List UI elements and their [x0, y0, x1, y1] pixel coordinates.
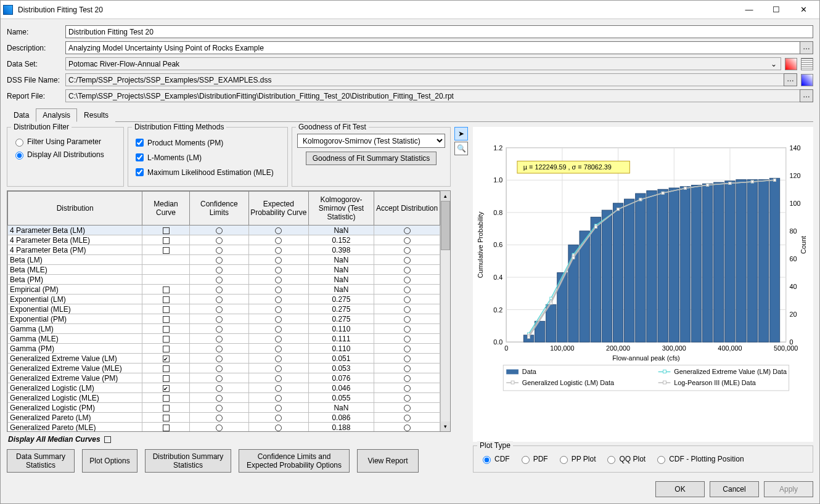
- cancel-button[interactable]: Cancel: [710, 481, 759, 497]
- svg-text:0.2: 0.2: [493, 306, 502, 314]
- chevron-down-icon: ⌄: [771, 60, 777, 68]
- table-row[interactable]: Gamma (LM) 0.110: [8, 324, 440, 334]
- view-report-button[interactable]: View Report: [357, 449, 419, 473]
- report-browse-button[interactable]: …: [800, 89, 813, 102]
- table-row[interactable]: 4 Parameter Beta (PM) 0.398: [8, 245, 440, 255]
- minimize-button[interactable]: —: [736, 1, 763, 18]
- gof-group-title: Goodness of Fit Test: [296, 123, 369, 131]
- svg-text:200,000: 200,000: [606, 344, 630, 352]
- tab-results[interactable]: Results: [77, 108, 115, 122]
- lm-checkbox[interactable]: L-Moments (LM): [133, 152, 282, 163]
- gof-summary-button[interactable]: Goodness of Fit Summary Statistics: [306, 152, 437, 165]
- conf-exp-button[interactable]: Confidence Limits and Expected Probabili…: [239, 449, 350, 473]
- svg-rect-88: [662, 192, 664, 194]
- plot-type-pp[interactable]: PP Plot: [557, 454, 596, 464]
- table-row[interactable]: Beta (MLE) NaN: [8, 265, 440, 275]
- table-scrollbar[interactable]: ▴ ▾: [440, 191, 450, 431]
- svg-rect-90: [707, 184, 709, 186]
- col-confidence[interactable]: Confidence Limits: [189, 192, 249, 226]
- filter-using-parameter-radio[interactable]: Filter Using Parameter: [12, 137, 118, 147]
- gof-test-select[interactable]: Kolmogorov-Smirnov (Test Statistic): [297, 134, 445, 148]
- plot-type-pdf[interactable]: PDF: [519, 454, 548, 464]
- report-file-field: C:\Temp\SSP_Projects\SSP_Examples\Distri…: [65, 89, 800, 102]
- svg-text:Data: Data: [522, 368, 537, 375]
- col-median[interactable]: Median Curve: [142, 192, 189, 226]
- table-row[interactable]: Beta (PM) NaN: [8, 275, 440, 285]
- table-row[interactable]: Gamma (PM) 0.110: [8, 344, 440, 354]
- apply-button[interactable]: Apply: [764, 481, 813, 497]
- svg-rect-85: [594, 226, 597, 229]
- svg-rect-92: [751, 181, 753, 183]
- titlebar: Distribution Fitting Test 20 — ☐ ✕: [1, 1, 819, 19]
- plot-type-cdfpp[interactable]: CDF - Plotting Position: [654, 454, 744, 464]
- svg-rect-44: [625, 199, 634, 342]
- svg-text:40: 40: [790, 283, 797, 290]
- table-row[interactable]: Exponential (MLE) 0.275: [8, 304, 440, 314]
- svg-rect-42: [602, 210, 612, 342]
- table-row[interactable]: Generalized Logistic (PM) NaN: [8, 403, 440, 413]
- table-row[interactable]: Generalized Extreme Value (MLE) 0.053: [8, 364, 440, 373]
- description-input[interactable]: [65, 41, 800, 54]
- table-row[interactable]: Generalized Extreme Value (PM) 0.076: [8, 373, 440, 383]
- table-row[interactable]: Generalized Pareto (MLE) 0.188: [8, 423, 440, 432]
- chart[interactable]: 0.00.20.40.60.81.01.20204060801001201400…: [473, 127, 813, 442]
- table-row[interactable]: Generalized Extreme Value (LM) 0.051: [8, 354, 440, 364]
- svg-rect-83: [550, 302, 552, 304]
- dss-browse-button[interactable]: …: [784, 73, 797, 86]
- svg-rect-89: [684, 187, 686, 189]
- display-all-median-checkbox[interactable]: [104, 436, 111, 443]
- table-row[interactable]: Beta (LM) NaN: [8, 255, 440, 265]
- svg-text:Generalized Extreme Value (LM): Generalized Extreme Value (LM) Data: [674, 368, 787, 375]
- close-button[interactable]: ✕: [790, 1, 817, 18]
- ok-button[interactable]: OK: [655, 481, 705, 497]
- pm-checkbox[interactable]: Product Moments (PM): [133, 137, 282, 148]
- svg-rect-52: [714, 182, 724, 342]
- chart-red-icon[interactable]: [785, 58, 797, 70]
- window-title: Distribution Fitting Test 20: [18, 6, 736, 14]
- col-ks[interactable]: Kolmogorov-Smirnov (Test Statistic): [308, 192, 374, 226]
- table-row[interactable]: Gamma (MLE) 0.111: [8, 334, 440, 344]
- table-row[interactable]: Generalized Pareto (LM) 0.086: [8, 413, 440, 423]
- svg-text:Generalized Logistic (LM) Data: Generalized Logistic (LM) Data: [522, 379, 615, 386]
- col-expected[interactable]: Expected Probability Curve: [249, 192, 309, 226]
- table-row[interactable]: Exponential (PM) 0.275: [8, 314, 440, 324]
- data-summary-button[interactable]: Data Summary Statistics: [7, 449, 75, 473]
- scroll-down-icon[interactable]: ▾: [441, 421, 450, 431]
- dataset-label: Data Set:: [7, 60, 65, 68]
- col-accept[interactable]: Accept Distribution: [374, 192, 440, 226]
- svg-rect-46: [647, 191, 657, 343]
- svg-rect-84: [572, 256, 575, 259]
- table-row[interactable]: Empirical (PM) NaN: [8, 285, 440, 295]
- col-distribution[interactable]: Distribution: [8, 192, 142, 226]
- dist-summary-button[interactable]: Distribution Summary Statistics: [145, 449, 231, 473]
- scroll-thumb[interactable]: [441, 201, 450, 250]
- scroll-up-icon[interactable]: ▴: [441, 191, 450, 201]
- pointer-tool-button[interactable]: ➤: [454, 127, 468, 140]
- table-row[interactable]: Generalized Logistic (MLE) 0.055: [8, 393, 440, 403]
- report-label: Report File:: [7, 92, 65, 100]
- table-icon[interactable]: [801, 58, 813, 70]
- chart-blue-icon[interactable]: [801, 74, 813, 86]
- plot-type-cdf[interactable]: CDF: [480, 454, 510, 464]
- description-browse-button[interactable]: …: [800, 41, 813, 54]
- plot-options-button[interactable]: Plot Options: [82, 449, 137, 473]
- table-row[interactable]: Exponential (LM) 0.275: [8, 295, 440, 304]
- svg-rect-47: [658, 189, 668, 342]
- tab-data[interactable]: Data: [7, 108, 36, 122]
- svg-text:80: 80: [790, 227, 797, 235]
- table-row[interactable]: Generalized Logistic (LM) 0.046: [8, 383, 440, 393]
- svg-rect-41: [591, 217, 601, 342]
- plot-type-qq[interactable]: QQ Plot: [604, 454, 646, 464]
- dataset-select[interactable]: Potomac River-Flow-Annual Peak ⌄: [65, 57, 781, 70]
- svg-rect-56: [758, 180, 768, 343]
- display-all-distributions-radio[interactable]: Display All Distributions: [12, 150, 118, 160]
- tab-analysis[interactable]: Analysis: [36, 108, 77, 122]
- table-row[interactable]: 4 Parameter Beta (MLE) 0.152: [8, 235, 440, 245]
- svg-rect-48: [669, 188, 679, 342]
- svg-text:60: 60: [790, 255, 797, 262]
- zoom-tool-button[interactable]: 🔍: [454, 142, 468, 155]
- maximize-button[interactable]: ☐: [763, 1, 790, 18]
- name-input[interactable]: [65, 25, 813, 38]
- mle-checkbox[interactable]: Maximum Likelihood Estimation (MLE): [133, 166, 282, 178]
- table-row[interactable]: 4 Parameter Beta (LM) NaN: [8, 226, 440, 235]
